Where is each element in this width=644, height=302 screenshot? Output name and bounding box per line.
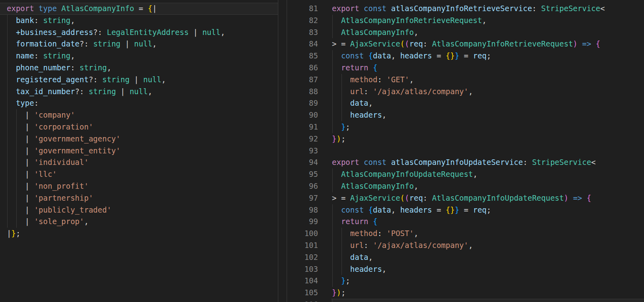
- line-number[interactable]: 100: [287, 228, 318, 240]
- code-line[interactable]: | 'non_profit': [0, 180, 278, 192]
- code-line[interactable]: 95 AtlasCompanyInfoUpdateRequest,: [287, 168, 644, 180]
- code-line[interactable]: 83 AtlasCompanyInfo,: [287, 27, 644, 39]
- line-number[interactable]: 81: [287, 3, 318, 15]
- code-line[interactable]: type:: [0, 97, 278, 109]
- code-text: const {data, headers = {}} = req;: [332, 204, 491, 216]
- line-number[interactable]: 96: [287, 180, 318, 192]
- token: }: [332, 134, 336, 143]
- code-line[interactable]: registered_agent?: string | null,: [0, 74, 278, 86]
- code-line[interactable]: 101 url: '/ajax/atlas/company',: [287, 240, 644, 252]
- code-line[interactable]: |};: [0, 228, 278, 240]
- line-number[interactable]: 104: [287, 275, 318, 287]
- token: 'POST': [386, 229, 414, 238]
- code-line[interactable]: 85 const {data, headers = {}} = req;: [287, 50, 644, 62]
- token: ;: [487, 205, 491, 214]
- code-line[interactable]: phone_number: string,: [0, 62, 278, 74]
- line-number[interactable]: 85: [287, 50, 318, 62]
- token: [332, 75, 350, 84]
- token: [386, 158, 391, 166]
- code-line[interactable]: 90 headers,: [287, 109, 644, 121]
- code-line[interactable]: 96 AtlasCompanyInfo,: [287, 180, 644, 192]
- token: 'government_entity': [34, 146, 120, 155]
- code-line[interactable]: 97> = AjaxService((req: AtlasCompanyInfo…: [287, 192, 644, 204]
- code-line[interactable]: | 'government_entity': [0, 145, 278, 157]
- token: ,: [161, 75, 166, 84]
- code-text: export const atlasCompanyInfoUpdateServi…: [332, 157, 596, 168]
- line-number[interactable]: 82: [287, 15, 318, 27]
- code-line[interactable]: 100 method: 'POST',: [287, 228, 644, 240]
- code-line[interactable]: | 'partnership': [0, 192, 278, 204]
- code-line[interactable]: 91 };: [287, 121, 644, 133]
- code-line[interactable]: +business_address?: LegalEntityAddress |…: [0, 27, 278, 39]
- line-number[interactable]: 83: [287, 27, 318, 39]
- token: registered_agent: [16, 75, 89, 84]
- token: null: [130, 87, 148, 96]
- code-line[interactable]: | 'company': [0, 109, 278, 121]
- line-number[interactable]: 89: [287, 97, 318, 109]
- code-line[interactable]: 87 method: 'GET',: [287, 74, 644, 86]
- code-line[interactable]: 81export const atlasCompanyInfoRetrieveS…: [287, 3, 644, 15]
- code-line[interactable]: 98 const {data, headers = {}} = req;: [287, 204, 644, 216]
- line-number[interactable]: 99: [287, 216, 318, 228]
- token: '/ajax/atlas/company': [373, 87, 468, 96]
- token: ,: [391, 51, 400, 60]
- line-number[interactable]: 106: [287, 299, 318, 302]
- code-line[interactable]: 105});: [287, 287, 644, 299]
- line-number[interactable]: 95: [287, 168, 318, 180]
- code-line[interactable]: 84> = AjaxService((req: AtlasCompanyInfo…: [287, 38, 644, 50]
- code-line[interactable]: | 'government_agency': [0, 133, 278, 145]
- code-line[interactable]: 106: [287, 299, 644, 302]
- code-line[interactable]: 89 data,: [287, 97, 644, 109]
- line-number[interactable]: 90: [287, 109, 318, 121]
- code-line[interactable]: 94export const atlasCompanyInfoUpdateSer…: [287, 157, 644, 168]
- code-text: AtlasCompanyInfoUpdateRequest,: [332, 168, 477, 180]
- line-number[interactable]: 87: [287, 74, 318, 86]
- code-line[interactable]: 86 return {: [287, 62, 644, 74]
- token: =: [459, 205, 473, 214]
- code-line[interactable]: 93: [287, 145, 644, 157]
- code-line[interactable]: 104 };: [287, 275, 644, 287]
- line-number[interactable]: 102: [287, 252, 318, 263]
- code-line[interactable]: | 'sole_prop',: [0, 216, 278, 228]
- left-editor-pane[interactable]: export type AtlasCompanyInfo = {| bank: …: [0, 0, 278, 302]
- line-number[interactable]: 84: [287, 38, 318, 50]
- token: =>: [582, 39, 591, 48]
- pane-divider[interactable]: [278, 0, 287, 302]
- code-line[interactable]: | 'publicly_traded': [0, 204, 278, 216]
- code-line[interactable]: 88 url: '/ajax/atlas/company',: [287, 86, 644, 98]
- line-number[interactable]: 88: [287, 86, 318, 98]
- line-number[interactable]: 91: [287, 121, 318, 133]
- line-number[interactable]: 105: [287, 287, 318, 299]
- code-line[interactable]: export type AtlasCompanyInfo = {|: [0, 3, 278, 15]
- code-line[interactable]: name: string,: [0, 50, 278, 62]
- code-line[interactable]: 82 AtlasCompanyInfoRetrieveRequest,: [287, 15, 644, 27]
- code-line[interactable]: 92});: [287, 133, 644, 145]
- token: [369, 217, 373, 226]
- line-number[interactable]: 93: [287, 145, 318, 157]
- line-number[interactable]: 101: [287, 240, 318, 252]
- code-line[interactable]: tax_id_number?: string | null,: [0, 86, 278, 98]
- token: 'individual': [34, 158, 89, 166]
- code-text: name: string,: [7, 50, 75, 62]
- code-line[interactable]: 99 return {: [287, 216, 644, 228]
- line-number[interactable]: 98: [287, 204, 318, 216]
- token: {: [148, 4, 152, 13]
- line-number[interactable]: 86: [287, 62, 318, 74]
- code-line[interactable]: | 'individual': [0, 157, 278, 168]
- code-line[interactable]: | 'llc': [0, 168, 278, 180]
- token: [332, 16, 341, 25]
- code-line[interactable]: bank: string,: [0, 15, 278, 27]
- token: [332, 229, 350, 238]
- line-number[interactable]: 92: [287, 133, 318, 145]
- right-editor-pane[interactable]: 81export const atlasCompanyInfoRetrieveS…: [287, 0, 644, 302]
- code-line[interactable]: formation_date?: string | null,: [0, 38, 278, 50]
- token: [332, 170, 341, 178]
- line-number[interactable]: 97: [287, 192, 318, 204]
- line-number[interactable]: 103: [287, 263, 318, 275]
- code-line[interactable]: 103 headers,: [287, 263, 644, 275]
- code-line[interactable]: | 'corporation': [0, 121, 278, 133]
- code-line[interactable]: 102 data,: [287, 252, 644, 263]
- token: string: [89, 87, 116, 96]
- line-number[interactable]: 94: [287, 157, 318, 168]
- token: url: [350, 87, 364, 96]
